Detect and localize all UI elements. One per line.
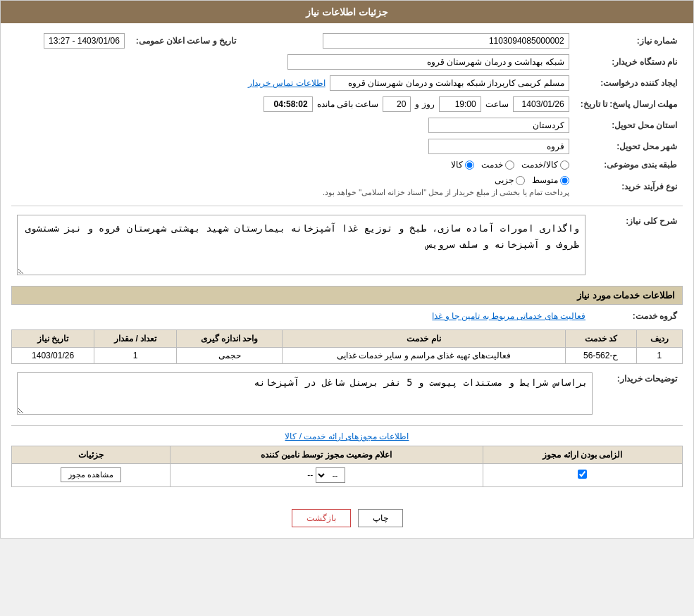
page-title: جزئیات اطلاعات نیاز	[1, 1, 693, 23]
permits-col-details: جزئیات	[12, 446, 171, 463]
city-value: قروه	[428, 139, 569, 154]
label-announce-date: تاریخ و ساعت اعلان عمومی:	[130, 30, 242, 51]
view-permit-button[interactable]: مشاهده مجوز	[61, 467, 121, 482]
services-cell-code: ح-562-56	[565, 347, 636, 363]
back-button[interactable]: بازگشت	[292, 509, 351, 527]
announce-date-value: 1403/01/06 - 13:27	[44, 33, 125, 49]
purchase-type-radio-jozii[interactable]: جزیی	[495, 175, 525, 185]
category-radio-input-kala-khedmat[interactable]	[560, 161, 569, 170]
permits-required-checkbox[interactable]	[578, 470, 587, 479]
category-label-kala-khedmat: کالا/خدمت	[521, 160, 557, 170]
services-col-name: نام خدمت	[283, 329, 566, 347]
permits-table: الزامی بودن ارائه مجوز اعلام وضعیت مجوز …	[11, 446, 683, 487]
requester-contact-link[interactable]: اطلاعات تماس خریدار	[248, 78, 326, 88]
label-buyer-notes: توضیحات خریدار:	[598, 370, 683, 420]
category-radio-kala[interactable]: کالا	[451, 160, 474, 170]
requester-value: مسلم کریمی کاربرداز شبکه بهداشت و درمان …	[330, 75, 569, 91]
label-requester: ایجاد کننده درخواست:	[575, 73, 683, 94]
deadline-time: 19:00	[439, 96, 481, 112]
purchase-type-label-jozii: جزیی	[495, 175, 514, 185]
label-category: طبقه بندی موضوعی:	[575, 157, 683, 172]
services-cell-date: 1403/01/26	[12, 347, 94, 363]
purchase-type-radio-input-motavasset[interactable]	[560, 176, 569, 185]
deadline-day-label: روز و	[415, 99, 434, 109]
label-service-group: گروه خدمت:	[591, 308, 683, 324]
category-radio-kala-khedmat[interactable]: کالا/خدمت	[521, 160, 569, 170]
permits-status-select[interactable]: --	[316, 467, 345, 483]
label-need-description: شرح کلی نیاز:	[591, 212, 683, 280]
need-number-value: 1103094085000002	[323, 33, 569, 49]
services-table: ردیف کد خدمت نام خدمت واحد اندازه گیری ت…	[11, 329, 683, 364]
permits-cell-status[interactable]: -- --	[170, 463, 483, 486]
services-col-code: کد خدمت	[565, 329, 636, 347]
label-purchase-type: نوع فرآیند خرید:	[575, 172, 683, 200]
footer-buttons: چاپ بازگشت	[1, 498, 693, 538]
label-buyer-org: نام دستگاه خریدار:	[575, 51, 683, 73]
services-table-row: 1 ح-562-56 فعالیت‌های تهیه غذای مراسم و …	[12, 347, 683, 363]
label-need-number: شماره نیاز:	[575, 30, 683, 51]
service-group-link[interactable]: فعالیت های خدماتی مربوط به تامین جا و غذ…	[432, 311, 585, 321]
print-button[interactable]: چاپ	[358, 509, 403, 527]
deadline-remaining: 04:58:02	[264, 96, 313, 112]
permits-col-status: اعلام وضعیت مجوز توسط نامین کننده	[170, 446, 483, 463]
permits-status-value: --	[307, 470, 313, 480]
category-radio-input-khedmat[interactable]	[505, 161, 514, 170]
services-col-row: ردیف	[636, 329, 682, 347]
deadline-remaining-label: ساعت باقی مانده	[317, 99, 379, 109]
services-section-title: اطلاعات خدمات مورد نیاز	[11, 286, 683, 305]
label-city: شهر محل تحویل:	[575, 136, 683, 157]
permits-cell-details[interactable]: مشاهده مجوز	[12, 463, 171, 486]
permits-cell-required[interactable]	[483, 463, 682, 486]
label-deadline: مهلت ارسال پاسخ: تا تاریخ:	[575, 94, 683, 115]
category-label-khedmat: خدمت	[481, 160, 503, 170]
purchase-type-radio-motavasset[interactable]: متوسط	[532, 175, 569, 185]
buyer-org-value: شبکه بهداشت و درمان شهرستان قروه	[287, 54, 569, 70]
buyer-notes-text[interactable]	[17, 372, 593, 415]
need-description-text[interactable]	[17, 215, 585, 275]
permits-col-required: الزامی بودن ارائه مجوز	[483, 446, 682, 463]
purchase-type-label-motavasset: متوسط	[532, 175, 558, 185]
services-col-unit: واحد اندازه گیری	[177, 329, 283, 347]
services-cell-qty: 1	[94, 347, 177, 363]
category-radio-input-kala[interactable]	[465, 161, 474, 170]
purchase-type-radio-input-jozii[interactable]	[516, 176, 525, 185]
category-radio-khedmat[interactable]: خدمت	[481, 160, 514, 170]
deadline-days: 20	[383, 96, 411, 112]
permits-table-row: -- -- مشاهده مجوز	[12, 463, 683, 486]
province-value: کردستان	[428, 118, 569, 133]
category-label-kala: کالا	[451, 160, 463, 170]
services-col-qty: تعداد / مقدار	[94, 329, 177, 347]
permits-section-link[interactable]: اطلاعات مجوزهای ارائه خدمت / کالا	[11, 432, 683, 441]
services-cell-unit: حجمی	[177, 347, 283, 363]
services-cell-row: 1	[636, 347, 682, 363]
label-province: استان محل تحویل:	[575, 115, 683, 136]
services-cell-name: فعالیت‌های تهیه غذای مراسم و سایر خدمات …	[283, 347, 566, 363]
purchase-type-note: پرداخت تمام یا بخشی از مبلغ خریدار از مح…	[17, 188, 569, 197]
deadline-time-label: ساعت	[485, 99, 509, 109]
deadline-date: 1403/01/26	[513, 96, 569, 112]
services-col-date: تاریخ نیاز	[12, 329, 94, 347]
